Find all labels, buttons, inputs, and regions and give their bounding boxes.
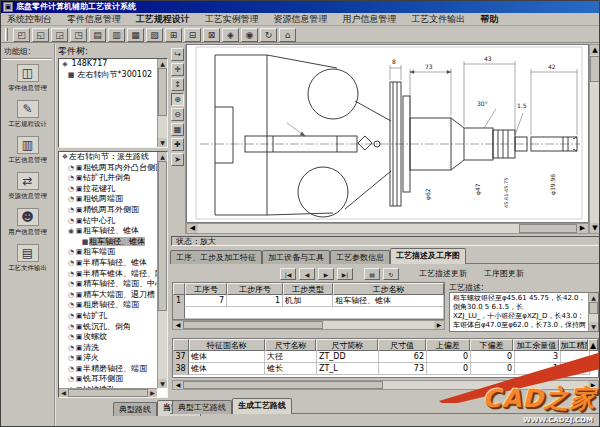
update-card-button[interactable]: 工序图更新 <box>477 267 531 281</box>
sidebar-item-process-info[interactable]: ▥ 工艺信息管理 <box>1 136 54 165</box>
scroll-down-icon[interactable]: ▼ <box>158 138 167 147</box>
scroll-left-icon[interactable]: ◀ <box>59 389 68 397</box>
scroll-left-icon[interactable]: ◀ <box>173 321 183 329</box>
route-step-selected[interactable]: ■粗车轴径、锥体 <box>59 237 167 248</box>
tab-description-card[interactable]: 工艺描述及工序图 <box>390 248 466 264</box>
scroll-thumb[interactable] <box>589 302 598 314</box>
scroll-up-icon[interactable]: ▲ <box>588 339 598 351</box>
scroll-left-icon[interactable]: ◀ <box>173 381 183 389</box>
toolbar-icon-11[interactable]: ◈ <box>222 28 239 42</box>
route-op-9[interactable]: ◔▣半精车轴径、锥体 <box>59 258 167 269</box>
scroll-up-icon[interactable]: ▲ <box>590 45 600 55</box>
scroll-thumb[interactable] <box>519 224 577 233</box>
route-op-13[interactable]: ◔▣粗磨轴径、端面 <box>59 300 167 311</box>
sidebar-item-resource-info[interactable]: ⇄ 资源信息管理 <box>1 172 54 201</box>
sidebar-item-user-info[interactable]: ☻ 用户信息管理 <box>1 208 54 237</box>
pointer-icon[interactable]: ➤ <box>171 153 184 166</box>
first-record-button[interactable]: |◀ <box>280 268 296 280</box>
menu-process-instance[interactable]: 工艺实例管理 <box>199 13 265 26</box>
toolbar-handle[interactable] <box>5 28 8 41</box>
route-op-19[interactable]: ◔▣半精磨轴径、端面 <box>59 364 167 375</box>
toolbar-icon-9[interactable]: ⊟ <box>184 28 201 42</box>
scroll-right-icon[interactable]: ▶ <box>148 389 157 397</box>
route-op-10[interactable]: ◔▣半精车锥体、端径、两侧 <box>59 269 167 280</box>
scroll-thumb[interactable] <box>68 389 148 397</box>
scroll-track[interactable] <box>198 224 519 233</box>
tab-generated-process-route[interactable]: 生成工艺路线 <box>232 398 292 414</box>
route-op-6[interactable]: ◔▣钻中心孔 <box>59 216 167 227</box>
menu-file-output[interactable]: 工艺文件输出 <box>405 13 471 26</box>
save-record-icon[interactable]: ▤ <box>364 268 380 280</box>
dimension-table-row[interactable]: 37 锥体 大径 ZT_DD 62 0 0 3 <box>173 351 598 363</box>
tab-process-params[interactable]: 工艺参数信息 <box>330 250 390 264</box>
toolbar-icon-13[interactable]: ↻ <box>260 28 277 42</box>
scroll-thumb[interactable] <box>183 381 383 389</box>
menu-part-info[interactable]: 零件信息管理 <box>61 13 127 26</box>
scroll-up-icon[interactable]: ▲ <box>589 293 598 302</box>
toolbar-icon-10[interactable]: ⊠ <box>203 28 220 42</box>
route-op-1[interactable]: ◔▣粗铣两耳内外凸台侧面 <box>59 163 167 174</box>
scroll-right-icon[interactable]: ▶ <box>434 321 444 329</box>
toolbar-icon-6[interactable]: ▦ <box>127 28 144 42</box>
menu-process-design[interactable]: 工艺规程设计 <box>130 13 196 26</box>
route-tree-hscrollbar[interactable]: ◀ ▶ <box>59 388 157 397</box>
description-vscrollbar[interactable]: ▲ ▼ <box>588 293 598 331</box>
toolbar-icon-0[interactable]: ◰ <box>13 28 30 42</box>
scroll-thumb[interactable] <box>158 161 167 311</box>
toolbar-icon-2[interactable]: ◲ <box>51 28 68 42</box>
route-op-17[interactable]: ◔▣清洗 <box>59 343 167 354</box>
route-op-8[interactable]: ◔▣粗车端面 <box>59 247 167 258</box>
tab-typical-process-route[interactable]: 典型工艺路线 <box>172 400 232 414</box>
scroll-up-icon[interactable]: ▲ <box>158 59 167 68</box>
drawing-canvas[interactable]: 73 43 42 30° 1.5 8 φ62 φ47 45.61-45.75 φ… <box>186 44 589 223</box>
pan-icon[interactable]: ✚ <box>171 138 184 151</box>
fit-view-icon[interactable]: ↕ <box>171 78 184 91</box>
zoom-in-icon[interactable]: ⊕ <box>171 93 184 106</box>
toolbar-icon-3[interactable]: ◳ <box>70 28 87 42</box>
parts-tree-node[interactable]: ■ 左右转向节*300102 <box>59 70 167 81</box>
scroll-thumb[interactable] <box>158 68 167 116</box>
title-bar[interactable]: ▣ 底盘零件计算机辅助工艺设计系统 <box>1 1 600 13</box>
toolbar-icon-7[interactable]: ▧ <box>146 28 163 42</box>
route-op-20[interactable]: ◔▣铣耳环侧面 <box>59 374 167 385</box>
toolbar-icon-5[interactable]: ▥ <box>108 28 125 42</box>
move-icon[interactable]: ✛ <box>171 63 184 76</box>
route-op-3[interactable]: ◔▣拉花键孔 <box>59 184 167 195</box>
menu-user-info[interactable]: 用户信息管理 <box>336 13 402 26</box>
canvas-vscrollbar[interactable]: ▲ ▼ <box>589 44 600 234</box>
scroll-down-icon[interactable]: ▼ <box>589 322 598 331</box>
grid-select-icon[interactable]: ▦ <box>171 123 184 136</box>
description-box[interactable]: 粗车螺纹锥径至φ45.61 45.75，长42.0，倒角30.0 5 6.1.5… <box>449 292 599 332</box>
toolbar-icon-12[interactable]: ◉ <box>241 28 258 42</box>
scroll-right-icon[interactable]: ▶ <box>577 224 588 233</box>
route-op-12[interactable]: ◔▣精车大端面、退刀槽 <box>59 290 167 301</box>
update-description-button[interactable]: 工艺描述更新 <box>412 267 474 281</box>
scroll-down-icon[interactable]: ▼ <box>590 223 600 233</box>
menu-system[interactable]: 系统控制台 <box>1 13 58 26</box>
sidebar-item-part-info[interactable]: ◫ 零件信息管理 <box>1 64 54 93</box>
step-table-row[interactable]: 1 7 1 机加 粗车轴径、锥体 <box>173 295 444 307</box>
menu-help[interactable]: 帮助 <box>474 13 504 26</box>
menu-resource-info[interactable]: 资源信息管理 <box>268 13 334 26</box>
tab-typical-route[interactable]: 典型路线 <box>113 402 157 416</box>
scroll-left-icon[interactable]: ◀ <box>187 224 198 233</box>
parts-tree-root[interactable]: ◈ 148K717 <box>59 59 167 70</box>
sidebar-item-file-output[interactable]: ▤ 工艺文件输出 <box>1 244 54 273</box>
route-op-16[interactable]: ◔▣攻螺纹 <box>59 332 167 343</box>
sidebar-item-process-design[interactable]: ✎ 工艺规程设计 <box>1 100 54 129</box>
scroll-thumb[interactable] <box>183 321 323 329</box>
scroll-down-icon[interactable]: ▼ <box>158 379 167 388</box>
route-op-18[interactable]: ◔▣淬火 <box>59 353 167 364</box>
redraw-icon[interactable]: ↪ <box>171 48 184 61</box>
scroll-up-icon[interactable]: ▲ <box>158 152 167 161</box>
canvas-hscrollbar[interactable]: ◀ ▶ <box>186 223 589 234</box>
route-op-11[interactable]: ◔▣精车轴径、端面、中心 <box>59 279 167 290</box>
route-op-4[interactable]: ◔▣粗铣两端面 <box>59 194 167 205</box>
route-tree-root[interactable]: ❖左右转向节：派生路线 <box>59 152 167 163</box>
step-table-hscrollbar[interactable]: ◀ ▶ <box>172 320 445 330</box>
scroll-track[interactable] <box>323 321 434 329</box>
tab-equipment-tools[interactable]: 加工设备与工具 <box>262 250 330 264</box>
toolbar-icon-1[interactable]: ◱ <box>32 28 49 42</box>
prev-record-button[interactable]: ◀ <box>299 268 315 280</box>
route-tree-vscrollbar[interactable]: ▲ ▼ <box>157 152 167 388</box>
